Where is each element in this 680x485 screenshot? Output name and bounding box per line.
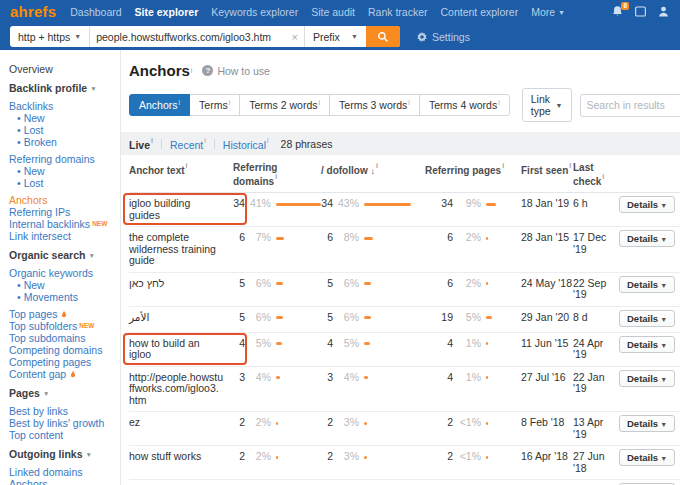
top-navigation-bar: ahrefs DashboardSite explorerKeywords ex… <box>0 0 680 50</box>
table-header-row: Anchor textiReferring domainsi/ dofollow… <box>129 155 680 193</box>
sidebar-item-best-by-links[interactable]: Best by links <box>9 405 120 417</box>
apps-device-icon[interactable] <box>634 5 647 18</box>
column-header-last-check[interactable]: Last checki <box>573 162 619 187</box>
mode-recent[interactable]: Recenti <box>170 137 206 151</box>
settings-button[interactable]: Settings <box>416 31 470 43</box>
df-cell: 34% <box>321 372 425 384</box>
nav-item-rank-tracker[interactable]: Rank tracker <box>368 6 428 18</box>
sidebar-item-best-by-links-growth[interactable]: Best by links' growth <box>9 417 120 429</box>
percent-bar <box>276 237 284 240</box>
sidebar-item-anchors[interactable]: Anchors <box>9 478 120 485</box>
search-button[interactable] <box>366 26 400 47</box>
link-type-dropdown[interactable]: Link type▼ <box>522 88 572 122</box>
rd-cell: 22% <box>233 417 321 429</box>
details-button[interactable]: Details▼ <box>619 276 675 293</box>
percent-bar <box>276 316 283 319</box>
sidebar-item-broken[interactable]: •Broken <box>9 136 120 148</box>
sidebar-item-organic-keywords[interactable]: Organic keywords <box>9 267 120 279</box>
nav-item-keywords-explorer[interactable]: Keywords explorer <box>211 6 298 18</box>
sidebar-item-top-pages[interactable]: Top pages <box>9 308 120 320</box>
sidebar-item-top-subfolders[interactable]: Top subfoldersNEW <box>9 320 120 332</box>
percent-bar <box>486 342 488 345</box>
sidebar-item-referring-ips[interactable]: Referring IPs <box>9 206 120 218</box>
sidebar-item-outgoing-links[interactable]: Outgoing links▼ <box>9 448 120 461</box>
sidebar-item-referring-domains[interactable]: Referring domains <box>9 153 120 165</box>
how-to-use-link[interactable]: ? How to use <box>202 65 270 77</box>
sidebar-item-competing-domains[interactable]: Competing domains <box>9 344 120 356</box>
sidebar-item-lost[interactable]: •Lost <box>9 177 120 189</box>
results-search-input[interactable] <box>581 99 680 111</box>
protocol-dropdown[interactable]: http + https▼ <box>10 26 90 47</box>
sidebar-item-anchors[interactable]: Anchors <box>9 194 120 206</box>
sidebar-item-pages[interactable]: Pages▼ <box>9 387 120 400</box>
primary-nav: DashboardSite explorerKeywords explorerS… <box>70 6 611 18</box>
rp-cell: 349% <box>425 198 521 210</box>
sidebar-item-new[interactable]: •New <box>9 112 120 124</box>
sidebar-item-content-gap[interactable]: Content gap <box>9 368 120 380</box>
sidebar-item-new[interactable]: •New <box>9 279 120 291</box>
tab-terms-2-words[interactable]: Terms 2 wordsi <box>239 94 330 116</box>
sidebar-item-top-subdomains[interactable]: Top subdomains <box>9 332 120 344</box>
first-seen-cell: 8 Feb '18 <box>521 417 573 429</box>
nav-item-content-explorer[interactable]: Content explorer <box>441 6 519 18</box>
rd-cell: 3441% <box>233 198 321 210</box>
percent-bar <box>276 422 278 425</box>
sidebar-item-link-intersect[interactable]: Link intersect <box>9 230 120 242</box>
details-button[interactable]: Details▼ <box>619 415 675 432</box>
table-row: ez 22% 23% 2<1% 8 Feb '18 13 Apr '19 Det… <box>129 412 680 446</box>
notifications-bell-icon[interactable]: 6 <box>611 5 624 18</box>
flame-icon <box>60 310 68 319</box>
column-header-first-seen[interactable]: First seeni <box>521 162 573 187</box>
sidebar-item-backlink-profile[interactable]: Backlink profile▼ <box>9 82 120 95</box>
highlight-annotation <box>123 333 247 365</box>
user-account-icon[interactable] <box>657 5 670 18</box>
last-check-cell: 17 Dec '19 <box>573 232 619 255</box>
anchor-text-cell: the complete wilderness training guide <box>129 232 233 267</box>
sidebar-item-competing-pages[interactable]: Competing pages <box>9 356 120 368</box>
details-button[interactable]: Details▼ <box>619 230 675 247</box>
sidebar-item-new[interactable]: •New <box>9 165 120 177</box>
column-header-dofollow[interactable]: / dofollow ↓i <box>321 162 425 187</box>
sidebar-item-organic-search[interactable]: Organic search▼ <box>9 249 120 262</box>
sidebar-item-movements[interactable]: •Movements <box>9 291 120 303</box>
nav-item-more[interactable]: More ▼ <box>531 6 565 18</box>
rd-cell: 22% <box>233 451 321 463</box>
details-button[interactable]: Details▼ <box>619 449 675 466</box>
tab-terms[interactable]: Termsi <box>189 94 240 116</box>
mode-historical[interactable]: Historicali <box>223 137 269 151</box>
sidebar-item-top-content[interactable]: Top content <box>9 429 120 441</box>
df-cell: 3443% <box>321 198 425 210</box>
percent-bar <box>486 422 488 425</box>
clear-input-icon[interactable]: × <box>286 26 304 47</box>
table-row: how to build an igloo 45% 45% 41% 11 Jun… <box>129 333 680 367</box>
tab-terms-4-words[interactable]: Terms 4 wordsi <box>419 94 510 116</box>
details-button[interactable]: Details▼ <box>619 310 675 327</box>
tab-anchors[interactable]: Anchorsi <box>129 94 190 116</box>
details-button[interactable]: Details▼ <box>619 336 675 353</box>
view-mode-toolbar: LiveiRecentiHistoricali 28 phrases Expor… <box>121 132 680 155</box>
column-header-referring-domains[interactable]: Referring domainsi <box>233 162 321 187</box>
match-mode-dropdown[interactable]: Prefix▼ <box>304 26 366 47</box>
sidebar-item-lost[interactable]: •Lost <box>9 124 120 136</box>
anchor-text-cell: igloo building guides <box>129 198 233 221</box>
column-header-anchor-text[interactable]: Anchor texti <box>129 162 233 187</box>
magnifier-icon <box>377 31 389 43</box>
target-url-input[interactable] <box>90 26 285 47</box>
sidebar-item-backlinks[interactable]: Backlinks <box>9 100 120 112</box>
ahrefs-logo[interactable]: ahrefs <box>10 3 56 20</box>
sidebar-item-linked-domains[interactable]: Linked domains <box>9 466 120 478</box>
details-button[interactable]: Details▼ <box>619 196 675 213</box>
nav-item-site-audit[interactable]: Site audit <box>311 6 355 18</box>
rd-cell: 56% <box>233 312 321 324</box>
divider <box>161 139 162 149</box>
sidebar-item-overview[interactable]: Overview <box>9 63 120 75</box>
column-header-referring-pages[interactable]: Referring pagesi <box>425 162 521 187</box>
nav-item-dashboard[interactable]: Dashboard <box>70 6 121 18</box>
nav-item-site-explorer[interactable]: Site explorer <box>135 6 199 18</box>
details-button[interactable]: Details▼ <box>619 370 675 387</box>
mode-live[interactable]: Livei <box>129 137 153 151</box>
anchor-text-cell: לחץ כאן <box>129 278 233 290</box>
rp-cell: 41% <box>425 372 521 384</box>
sidebar-item-internal-backlinks[interactable]: Internal backlinksNEW <box>9 218 120 230</box>
tab-terms-3-words[interactable]: Terms 3 wordsi <box>329 94 420 116</box>
